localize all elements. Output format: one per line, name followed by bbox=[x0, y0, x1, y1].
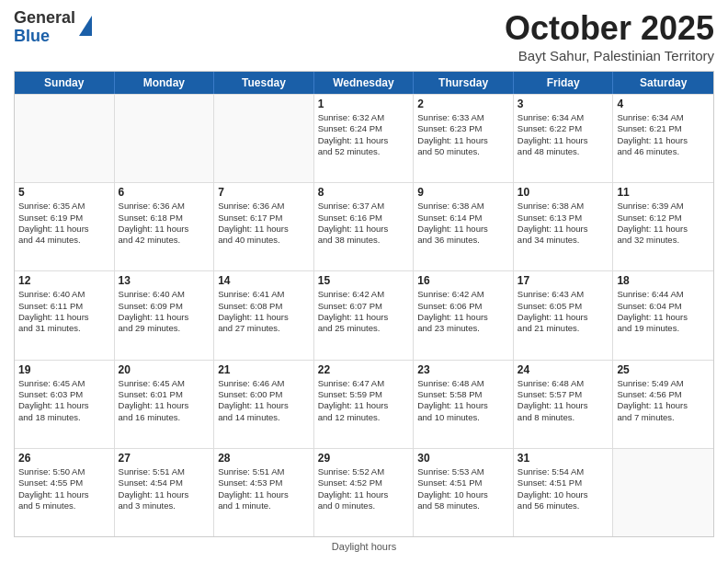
cell-line: Sunset: 4:56 PM bbox=[617, 389, 710, 400]
cell-line: Daylight: 11 hours bbox=[119, 224, 210, 235]
day-number: 2 bbox=[417, 98, 509, 110]
cell-line: Sunset: 4:54 PM bbox=[119, 477, 210, 488]
cal-header-cell: Wednesday bbox=[314, 72, 415, 94]
month-title: October 2025 bbox=[505, 9, 714, 48]
day-number: 19 bbox=[18, 363, 110, 376]
cell-line: Daylight: 10 hours bbox=[518, 489, 609, 500]
day-number: 6 bbox=[119, 186, 210, 199]
cell-line: Daylight: 11 hours bbox=[218, 224, 310, 235]
cell-line: Sunrise: 6:45 AM bbox=[18, 378, 110, 389]
cell-line: and 23 minutes. bbox=[417, 323, 509, 334]
logo-general: General bbox=[14, 9, 75, 28]
cell-line: Daylight: 11 hours bbox=[119, 312, 210, 323]
calendar-row: 19Sunrise: 6:45 AMSunset: 6:03 PMDayligh… bbox=[15, 360, 713, 448]
cell-line: Sunrise: 6:46 AM bbox=[218, 378, 310, 389]
cell-line: Daylight: 11 hours bbox=[518, 400, 609, 411]
calendar-cell: 7Sunrise: 6:36 AMSunset: 6:17 PMDaylight… bbox=[214, 183, 314, 270]
calendar-cell: 20Sunrise: 6:45 AMSunset: 6:01 PMDayligh… bbox=[115, 361, 215, 448]
cell-line: Sunrise: 6:48 AM bbox=[417, 378, 509, 389]
logo-blue: Blue bbox=[14, 28, 75, 46]
cell-line: Sunrise: 6:33 AM bbox=[417, 112, 509, 123]
cell-line: Daylight: 11 hours bbox=[119, 489, 210, 500]
cell-line: Daylight: 11 hours bbox=[218, 400, 310, 411]
cell-line: Sunset: 4:52 PM bbox=[318, 477, 410, 488]
cell-line: Sunset: 6:08 PM bbox=[218, 301, 310, 312]
cell-line: Sunset: 4:51 PM bbox=[417, 477, 509, 488]
cell-line: Daylight: 11 hours bbox=[518, 135, 609, 146]
day-number: 1 bbox=[318, 98, 410, 110]
cell-line: Daylight: 11 hours bbox=[417, 224, 509, 235]
day-number: 25 bbox=[617, 363, 710, 376]
cell-line: and 25 minutes. bbox=[318, 323, 410, 334]
day-number: 31 bbox=[518, 452, 609, 465]
day-number: 23 bbox=[417, 363, 509, 376]
cell-line: Sunrise: 6:48 AM bbox=[518, 378, 609, 389]
cell-line: Sunset: 6:11 PM bbox=[18, 301, 110, 312]
cell-line: Daylight: 11 hours bbox=[119, 400, 210, 411]
calendar-cell: 8Sunrise: 6:37 AMSunset: 6:16 PMDaylight… bbox=[314, 183, 415, 270]
cell-line: Daylight: 11 hours bbox=[318, 224, 410, 235]
cell-line: Daylight: 11 hours bbox=[218, 312, 310, 323]
cell-line: Sunrise: 6:34 AM bbox=[518, 112, 609, 123]
calendar-cell bbox=[15, 95, 115, 182]
cell-line: Sunset: 6:17 PM bbox=[218, 213, 310, 224]
cell-line: and 42 minutes. bbox=[119, 235, 210, 246]
day-number: 16 bbox=[417, 274, 509, 287]
calendar-row: 1Sunrise: 6:32 AMSunset: 6:24 PMDaylight… bbox=[15, 94, 713, 182]
cell-line: Sunset: 4:51 PM bbox=[518, 477, 609, 488]
day-number: 9 bbox=[417, 186, 509, 199]
cell-line: Sunset: 6:03 PM bbox=[18, 389, 110, 400]
cell-line: Daylight: 11 hours bbox=[18, 489, 110, 500]
cell-line: Daylight: 11 hours bbox=[617, 312, 710, 323]
cell-line: Daylight: 11 hours bbox=[318, 312, 410, 323]
cell-line: Daylight: 11 hours bbox=[518, 312, 609, 323]
day-number: 29 bbox=[318, 452, 410, 465]
calendar-cell: 14Sunrise: 6:41 AMSunset: 6:08 PMDayligh… bbox=[214, 271, 314, 359]
calendar-cell: 3Sunrise: 6:34 AMSunset: 6:22 PMDaylight… bbox=[514, 95, 614, 182]
cell-line: and 14 minutes. bbox=[218, 412, 310, 423]
cell-line: Sunrise: 6:32 AM bbox=[318, 112, 410, 123]
cell-line: Sunset: 6:18 PM bbox=[119, 213, 210, 224]
day-number: 27 bbox=[119, 452, 210, 465]
calendar-body: 1Sunrise: 6:32 AMSunset: 6:24 PMDaylight… bbox=[15, 94, 713, 536]
logo: General Blue bbox=[14, 9, 92, 46]
cell-line: and 52 minutes. bbox=[318, 146, 410, 157]
cell-line: Sunset: 6:00 PM bbox=[218, 389, 310, 400]
cell-line: and 8 minutes. bbox=[518, 412, 609, 423]
day-number: 13 bbox=[119, 274, 210, 287]
cell-line: and 10 minutes. bbox=[417, 412, 509, 423]
day-number: 26 bbox=[18, 452, 110, 465]
calendar-cell: 27Sunrise: 5:51 AMSunset: 4:54 PMDayligh… bbox=[115, 449, 215, 536]
calendar-cell: 4Sunrise: 6:34 AMSunset: 6:21 PMDaylight… bbox=[613, 95, 713, 182]
cal-header-cell: Saturday bbox=[613, 72, 713, 94]
cell-line: Sunrise: 6:36 AM bbox=[218, 201, 310, 212]
calendar-cell: 23Sunrise: 6:48 AMSunset: 5:58 PMDayligh… bbox=[414, 361, 514, 448]
day-number: 20 bbox=[119, 363, 210, 376]
cell-line: Sunrise: 6:45 AM bbox=[119, 378, 210, 389]
logo-triangle-icon bbox=[79, 16, 92, 36]
cell-line: Daylight: 11 hours bbox=[318, 489, 410, 500]
day-number: 7 bbox=[218, 186, 310, 199]
calendar-cell: 17Sunrise: 6:43 AMSunset: 6:05 PMDayligh… bbox=[514, 271, 614, 359]
cell-line: and 5 minutes. bbox=[18, 500, 110, 511]
cell-line: Sunrise: 6:34 AM bbox=[617, 112, 710, 123]
calendar-cell bbox=[214, 95, 314, 182]
calendar-cell: 11Sunrise: 6:39 AMSunset: 6:12 PMDayligh… bbox=[613, 183, 713, 270]
cell-line: Daylight: 11 hours bbox=[617, 224, 710, 235]
cell-line: Sunrise: 6:39 AM bbox=[617, 201, 710, 212]
day-number: 8 bbox=[318, 186, 410, 199]
cell-line: Sunrise: 5:50 AM bbox=[18, 466, 110, 477]
cell-line: Daylight: 11 hours bbox=[417, 400, 509, 411]
cell-line: Sunrise: 6:47 AM bbox=[318, 378, 410, 389]
day-number: 4 bbox=[617, 98, 710, 110]
cell-line: Sunset: 6:23 PM bbox=[417, 123, 509, 134]
cell-line: and 36 minutes. bbox=[417, 235, 509, 246]
cell-line: Sunrise: 5:49 AM bbox=[617, 378, 710, 389]
cell-line: Daylight: 11 hours bbox=[617, 400, 710, 411]
day-number: 15 bbox=[318, 274, 410, 287]
cell-line: and 38 minutes. bbox=[318, 235, 410, 246]
cell-line: and 48 minutes. bbox=[518, 146, 609, 157]
calendar-cell: 12Sunrise: 6:40 AMSunset: 6:11 PMDayligh… bbox=[15, 271, 115, 359]
calendar-cell: 2Sunrise: 6:33 AMSunset: 6:23 PMDaylight… bbox=[414, 95, 514, 182]
cell-line: and 12 minutes. bbox=[318, 412, 410, 423]
